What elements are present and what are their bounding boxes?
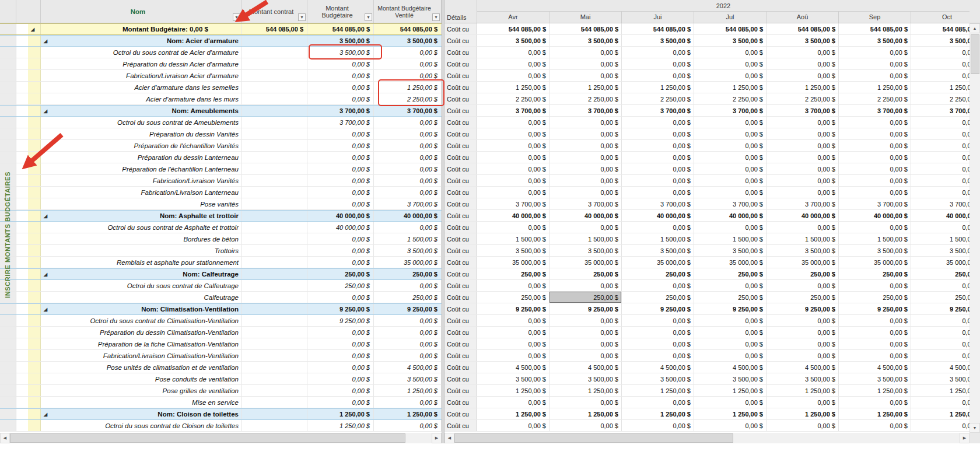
month-value-cell[interactable]: 1 250,00 $ xyxy=(477,385,550,396)
montant-contrat-cell[interactable] xyxy=(242,36,307,46)
month-value-cell[interactable]: 1 250,00 $ xyxy=(839,385,911,396)
details-cell[interactable]: Coût cu xyxy=(444,408,477,419)
month-value-cell[interactable]: 0,00 $ xyxy=(694,222,766,233)
row-indicator-cell[interactable] xyxy=(28,327,41,338)
montant-contrat-cell[interactable] xyxy=(242,152,307,163)
month-value-cell[interactable]: 0,00 $ xyxy=(766,315,839,326)
row-id-cell[interactable] xyxy=(0,373,16,384)
details-cell[interactable]: Coût cu xyxy=(444,163,477,174)
month-value-cell[interactable]: 0,00 $ xyxy=(911,140,970,151)
nom-cell[interactable]: Bordures de béton xyxy=(41,233,242,244)
month-value-cell[interactable]: 0,00 $ xyxy=(477,117,550,128)
month-value-cell[interactable]: 1 250,00 $ xyxy=(766,82,839,93)
montant-ventile-cell[interactable]: 0,00 $ xyxy=(374,175,442,186)
month-value-cell[interactable]: 0,00 $ xyxy=(550,140,622,151)
month-value-cell[interactable]: 3 700,00 $ xyxy=(694,198,766,209)
month-value-cell[interactable]: 250,00 $ xyxy=(622,268,694,279)
row-indicator-cell[interactable]: ◢ xyxy=(28,24,41,34)
month-value-cell[interactable]: 0,00 $ xyxy=(694,128,766,139)
month-value-cell[interactable]: 544 085,00 $ xyxy=(550,23,622,34)
month-value-cell[interactable]: 0,00 $ xyxy=(622,338,694,349)
month-value-cell[interactable]: 9 250,00 $ xyxy=(766,303,839,314)
month-value-cell[interactable]: 9 250,00 $ xyxy=(622,303,694,314)
month-value-cell[interactable]: 0,00 $ xyxy=(839,70,911,81)
month-value-cell[interactable]: 0,00 $ xyxy=(839,280,911,291)
month-value-cell[interactable]: 35 000,00 $ xyxy=(766,257,839,268)
montant-contrat-cell[interactable] xyxy=(242,350,307,361)
details-cell[interactable]: Coût cu xyxy=(444,327,477,338)
montant-budgetaire-cell[interactable]: 0,00 $ xyxy=(307,163,374,174)
month-value-cell[interactable]: 0,00 $ xyxy=(766,222,839,233)
nom-cell[interactable]: Préparation de la fiche Climatisation-Ve… xyxy=(41,338,242,349)
month-value-cell[interactable]: 250,00 $ xyxy=(839,268,911,279)
month-value-cell[interactable]: 0,00 $ xyxy=(839,128,911,139)
month-value-cell[interactable]: 2 250,00 $ xyxy=(766,93,839,104)
details-cell[interactable]: Coût cu xyxy=(444,315,477,326)
month-value-cell[interactable]: 0,00 $ xyxy=(550,163,622,174)
month-value-cell[interactable]: 0,00 $ xyxy=(911,315,970,326)
nom-cell[interactable]: Pose vanités xyxy=(41,198,242,209)
row-indicator-cell[interactable] xyxy=(28,70,41,81)
row-id-cell[interactable] xyxy=(0,128,16,139)
row-id-cell[interactable] xyxy=(0,24,16,34)
month-value-cell[interactable]: 1 500,00 $ xyxy=(550,233,622,244)
month-value-cell[interactable]: 250,00 $ xyxy=(550,268,622,279)
nom-cell[interactable]: ◢Nom: Calfeutrage xyxy=(41,269,242,279)
row-id-cell[interactable] xyxy=(0,350,16,361)
row-id-cell[interactable] xyxy=(0,70,16,81)
nom-cell[interactable]: Acier d'armature dans les murs xyxy=(41,93,242,104)
details-cell[interactable]: Coût cu xyxy=(444,245,477,256)
montant-ventile-cell[interactable]: 0,00 $ xyxy=(374,152,442,163)
month-value-cell[interactable]: 0,00 $ xyxy=(550,128,622,139)
montant-contrat-cell[interactable] xyxy=(242,338,307,349)
nom-cell[interactable]: Pose unités de climatisation et de venti… xyxy=(41,362,242,373)
row-id-cell[interactable] xyxy=(0,36,16,46)
month-value-cell[interactable]: 1 500,00 $ xyxy=(766,233,839,244)
montant-ventile-cell[interactable]: 0,00 $ xyxy=(374,222,442,233)
month-value-cell[interactable]: 40 000,00 $ xyxy=(839,210,911,221)
montant-contrat-cell[interactable] xyxy=(242,187,307,198)
month-value-cell[interactable]: 35 000,00 $ xyxy=(550,257,622,268)
month-value-cell[interactable]: 0,00 $ xyxy=(766,327,839,338)
month-value-cell[interactable]: 0,00 $ xyxy=(839,315,911,326)
month-value-cell[interactable]: 3 500,00 $ xyxy=(550,35,622,46)
month-value-cell[interactable]: 35 000,00 $ xyxy=(839,257,911,268)
row-id-cell[interactable] xyxy=(0,47,16,58)
month-value-cell[interactable]: 1 250,00 $ xyxy=(694,408,766,419)
month-value-cell[interactable]: 0,00 $ xyxy=(839,420,911,431)
month-value-cell[interactable]: 3 500,00 $ xyxy=(477,245,550,256)
montant-contrat-cell[interactable] xyxy=(242,292,307,303)
details-cell[interactable]: Coût cu xyxy=(444,70,477,81)
row-indicator-cell[interactable] xyxy=(28,362,41,373)
details-cell[interactable]: Coût cu xyxy=(444,338,477,349)
month-value-cell[interactable]: 0,00 $ xyxy=(477,327,550,338)
montant-budgetaire-cell[interactable]: 0,00 $ xyxy=(307,140,374,151)
month-value-cell[interactable]: 0,00 $ xyxy=(550,350,622,361)
month-value-cell[interactable]: 0,00 $ xyxy=(911,58,970,69)
montant-ventile-cell[interactable]: 3 500,00 $ xyxy=(374,373,442,384)
month-value-cell[interactable]: 0,00 $ xyxy=(550,70,622,81)
month-value-cell[interactable]: 3 700,00 $ xyxy=(911,198,970,209)
month-value-cell[interactable]: 544 085,00 $ xyxy=(839,23,911,34)
month-value-cell[interactable]: 1 500,00 $ xyxy=(622,233,694,244)
month-value-cell[interactable]: 0,00 $ xyxy=(911,222,970,233)
month-value-cell[interactable]: 3 500,00 $ xyxy=(694,245,766,256)
month-value-cell[interactable]: 0,00 $ xyxy=(694,327,766,338)
month-value-cell[interactable]: 0,00 $ xyxy=(477,70,550,81)
details-cell[interactable]: Coût cu xyxy=(444,152,477,163)
month-value-cell[interactable]: 0,00 $ xyxy=(622,420,694,431)
montant-contrat-cell[interactable] xyxy=(242,327,307,338)
month-value-cell[interactable]: 1 500,00 $ xyxy=(477,233,550,244)
montant-budgetaire-cell[interactable]: 0,00 $ xyxy=(307,362,374,373)
row-indicator-cell[interactable] xyxy=(28,198,41,209)
month-value-cell[interactable]: 9 250,00 $ xyxy=(477,303,550,314)
row-indicator-cell[interactable] xyxy=(28,106,41,116)
montant-ventile-cell[interactable]: 3 500,00 $ xyxy=(374,245,442,256)
montant-ventile-cell[interactable]: 0,00 $ xyxy=(374,397,442,408)
month-value-cell[interactable]: 0,00 $ xyxy=(911,175,970,186)
row-indicator-cell[interactable] xyxy=(28,222,41,233)
details-cell[interactable]: Coût cu xyxy=(444,140,477,151)
month-value-cell[interactable]: 0,00 $ xyxy=(550,327,622,338)
month-value-cell[interactable]: 3 500,00 $ xyxy=(477,35,550,46)
month-value-cell[interactable]: 35 000,00 $ xyxy=(477,257,550,268)
